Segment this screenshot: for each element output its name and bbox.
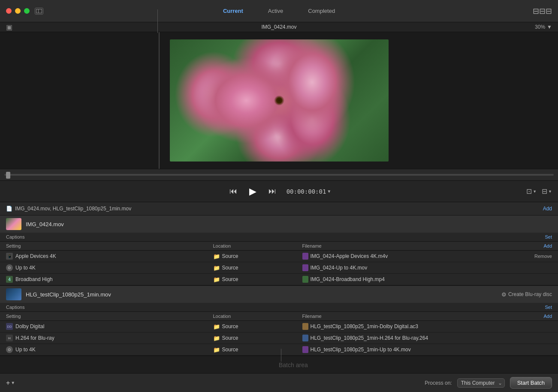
snapshot-icon: ⊡ bbox=[526, 187, 532, 195]
file-2-thumb-image bbox=[6, 288, 21, 300]
setting-3-filename-text: IMG_0424-Broadband High.mp4 bbox=[311, 276, 385, 282]
setting-4k2-filename-text: HLG_testClip_1080p25_1min-Up to 4K.mov bbox=[311, 347, 411, 353]
setting-1-name: 📱 Apple Devices 4K bbox=[6, 253, 210, 260]
caption-button[interactable]: ⊟ ▼ bbox=[542, 187, 552, 195]
setting-dd-location: 📁 Source bbox=[213, 323, 299, 330]
tab-active[interactable]: Active bbox=[256, 6, 295, 16]
folder-icon: 📁 bbox=[213, 323, 220, 330]
traffic-lights bbox=[0, 8, 30, 14]
setting-3-filename: IMG_0424-Broadband High.mp4 bbox=[302, 276, 506, 283]
skip-back-button[interactable]: ⏮ bbox=[228, 185, 239, 197]
file-2-action[interactable]: ⚙ Create Blu-ray disc bbox=[501, 291, 552, 298]
batch-files-icon: 📄 bbox=[6, 206, 12, 212]
timecode-value: 00:00:00:01 bbox=[287, 188, 326, 195]
file-1-settings-table: Setting Location Filename Add 📱 Apple De… bbox=[0, 242, 558, 285]
file-2-captions-label: Captions bbox=[6, 305, 24, 310]
batch-files-text: IMG_0424.mov, HLG_testClip_1080p25_1min.… bbox=[15, 206, 131, 212]
timeline-scrubber[interactable] bbox=[4, 174, 554, 176]
file-2-col-setting: Setting bbox=[6, 314, 210, 319]
playback-controls: ⏮ ▶ ⏭ 00:00:00:01 ▼ ⊡ ▼ ⊟ ▼ bbox=[0, 181, 558, 202]
setting-1-filename-text: IMG_0424-Apple Devices 4K.m4v bbox=[311, 253, 388, 259]
timeline-bar[interactable] bbox=[0, 169, 558, 181]
file-type-icon bbox=[302, 253, 308, 260]
setting-1-action: Remove bbox=[509, 254, 552, 259]
minimize-button[interactable] bbox=[15, 8, 21, 14]
file-2-action-label: Create Blu-ray disc bbox=[508, 291, 552, 297]
caption-chevron-icon: ▼ bbox=[548, 189, 552, 194]
batch-header-row: 📄 IMG_0424.mov, HLG_testClip_1080p25_1mi… bbox=[0, 202, 558, 215]
setting-2-label: Up to 4K bbox=[15, 265, 36, 271]
file-1-col-setting: Setting bbox=[6, 243, 210, 248]
setting-dd-label: Dolby Digital bbox=[15, 323, 44, 329]
folder-icon: 📁 bbox=[213, 276, 220, 283]
tab-completed[interactable]: Completed bbox=[296, 6, 347, 16]
fullscreen-button[interactable] bbox=[24, 8, 30, 14]
preview-filename-bar: ▣ IMG_0424.mov 30% ▼ bbox=[0, 22, 558, 32]
timecode-dropdown-icon: ▼ bbox=[328, 189, 330, 194]
playback-right-controls: ⊡ ▼ ⊟ ▼ bbox=[526, 187, 552, 195]
file-item-2: HLG_testClip_1080p25_1min.mov ⚙ Create B… bbox=[0, 286, 558, 356]
setting-264-location-text: Source bbox=[222, 335, 238, 341]
table-row: ⊙ Up to 4K 📁 Source HLG_testClip_1080p25… bbox=[0, 344, 558, 356]
file-2-captions-row: Captions Set bbox=[0, 303, 558, 312]
file-2-col-location: Location bbox=[213, 314, 299, 319]
add-item-button[interactable]: + ▼ bbox=[6, 379, 15, 387]
setting-dd-filename-text: HLG_testClip_1080p25_1min-Dolby Digital.… bbox=[311, 323, 418, 329]
zoom-chevron-icon: ▼ bbox=[547, 24, 552, 30]
dolby-digital-icon: DD bbox=[6, 323, 13, 330]
setting-2-filename: IMG_0424-Up to 4K.mov bbox=[302, 264, 506, 271]
timeline-handle[interactable] bbox=[6, 172, 10, 179]
table-row: 📱 Apple Devices 4K 📁 Source IMG_0424-App… bbox=[0, 251, 558, 262]
setting-264-location: 📁 Source bbox=[213, 335, 299, 341]
file-2-name: HLG_testClip_1080p25_1min.mov bbox=[26, 291, 497, 298]
file-2-add-button[interactable]: Add bbox=[509, 314, 552, 319]
batch-files-label: 📄 IMG_0424.mov, HLG_testClip_1080p25_1mi… bbox=[6, 206, 131, 212]
setting-1-label: Apple Devices 4K bbox=[15, 253, 56, 259]
setting-1-filename: IMG_0424-Apple Devices 4K.m4v bbox=[302, 253, 506, 260]
table-row: 4 Broadband High 📁 Source IMG_0424-Broad… bbox=[0, 274, 558, 285]
timecode-display[interactable]: 00:00:00:01 ▼ bbox=[287, 188, 331, 195]
remove-button[interactable]: Remove bbox=[534, 254, 552, 259]
folder-icon: 📁 bbox=[213, 265, 220, 271]
sidebar-toggle-button[interactable] bbox=[35, 8, 43, 15]
file-1-set-button[interactable]: Set bbox=[545, 234, 552, 239]
tab-current[interactable]: Current bbox=[211, 6, 255, 16]
titlebar: Current Active Completed ⊟⊟⊟ bbox=[0, 0, 558, 22]
file-1-captions-row: Captions Set bbox=[0, 233, 558, 242]
file-2-col-headers: Setting Location Filename Add bbox=[0, 312, 558, 321]
file-1-name: IMG_0424.mov bbox=[26, 221, 552, 227]
setting-4k2-filename: HLG_testClip_1080p25_1min-Up to 4K.mov bbox=[302, 346, 506, 353]
file-1-add-button[interactable]: Add bbox=[509, 243, 552, 248]
h264-icon: H bbox=[6, 335, 13, 341]
process-select[interactable]: This Computer bbox=[457, 378, 505, 388]
setting-dd-filename: HLG_testClip_1080p25_1min-Dolby Digital.… bbox=[302, 323, 506, 330]
table-row: ⊙ Up to 4K 📁 Source IMG_0424-Up to 4K.mo… bbox=[0, 262, 558, 274]
close-button[interactable] bbox=[6, 8, 12, 14]
file-1-thumbnail bbox=[6, 218, 21, 230]
file-item-1-header: IMG_0424.mov bbox=[0, 215, 558, 233]
gear-icon: ⚙ bbox=[501, 291, 507, 298]
start-batch-button[interactable]: Start Batch bbox=[510, 377, 552, 389]
setting-2-location-text: Source bbox=[222, 265, 238, 271]
preview-section: ▣ IMG_0424.mov 30% ▼ ⏮ ▶ ⏭ 00:00:00:01 ▼… bbox=[0, 22, 558, 202]
snapshot-button[interactable]: ⊡ ▼ bbox=[526, 187, 537, 195]
table-row: H H.264 for Blu-ray 📁 Source HLG_testCli… bbox=[0, 332, 558, 344]
up-to-4k-icon: ⊙ bbox=[6, 264, 13, 271]
snapshot-chevron-icon: ▼ bbox=[533, 189, 537, 194]
setting-2-filename-text: IMG_0424-Up to 4K.mov bbox=[311, 265, 368, 271]
preview-edge-line bbox=[159, 32, 160, 169]
skip-forward-button[interactable]: ⏭ bbox=[267, 185, 278, 197]
setting-264-filename-text: HLG_testClip_1080p25_1min-H.264 for Blu-… bbox=[311, 335, 428, 341]
play-button[interactable]: ▶ bbox=[247, 184, 258, 199]
setting-4k2-label: Up to 4K bbox=[15, 347, 36, 353]
batch-add-button[interactable]: Add bbox=[543, 206, 552, 212]
setting-3-name: 4 Broadband High bbox=[6, 276, 210, 283]
file-1-captions-label: Captions bbox=[6, 234, 24, 239]
preview-frame-icon: ▣ bbox=[6, 23, 12, 31]
file-2-set-button[interactable]: Set bbox=[545, 305, 552, 310]
preview-zoom-control[interactable]: 30% ▼ bbox=[535, 24, 552, 30]
add-remove-controls: + ▼ bbox=[6, 379, 15, 387]
settings-icon[interactable]: ⊟⊟⊟ bbox=[533, 6, 552, 16]
file-item-2-header: HLG_testClip_1080p25_1min.mov ⚙ Create B… bbox=[0, 286, 558, 303]
setting-2-location: 📁 Source bbox=[213, 265, 299, 271]
